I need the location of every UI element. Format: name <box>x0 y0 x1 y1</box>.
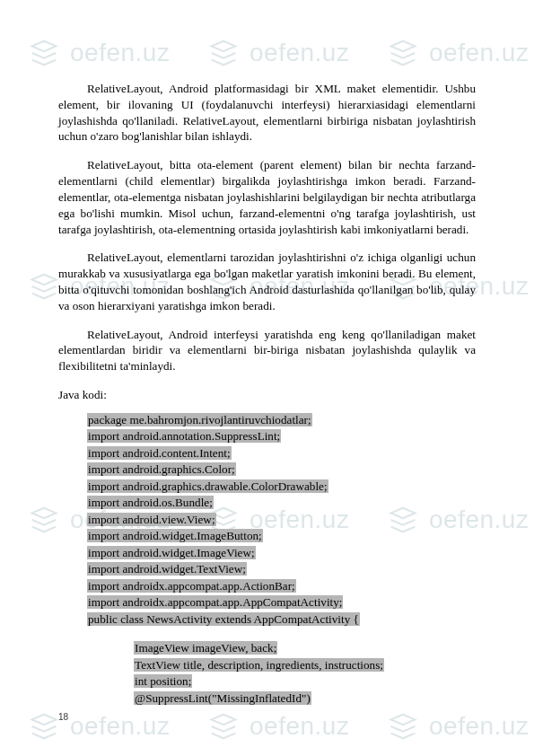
code-line: import android.os.Bundle; <box>87 496 214 509</box>
paragraph-3: RelativeLayout, elementlarni tarozidan j… <box>58 250 476 313</box>
paragraph-4: RelativeLayout, Android interfeysi yarat… <box>58 327 476 374</box>
code-line: import android.widget.TextView; <box>87 562 247 576</box>
code-line: import android.widget.ImageButton; <box>87 529 263 542</box>
code-block: package me.bahromjon.rivojlantiruvchioda… <box>87 412 476 707</box>
page-number: 18 <box>58 712 68 722</box>
code-line: import android.view.View; <box>87 513 216 526</box>
code-line: import android.widget.ImageView; <box>87 546 256 559</box>
code-line: public class NewsActivity extends AppCom… <box>87 612 360 626</box>
code-line: int position; <box>134 674 192 688</box>
code-line: import androidx.appcompat.app.ActionBar; <box>87 579 296 593</box>
code-line: import android.content.Intent; <box>87 446 232 460</box>
code-line: import android.graphics.drawable.ColorDr… <box>87 479 328 493</box>
code-line: import androidx.appcompat.app.AppCompatA… <box>87 595 343 609</box>
code-line: @SuppressLint("MissingInflatedId") <box>134 691 311 705</box>
code-line: TextView title, description, ingredients… <box>134 658 384 672</box>
code-line: import android.annotation.SuppressLint; <box>87 429 281 443</box>
code-line: package me.bahromjon.rivojlantiruvchioda… <box>87 413 312 426</box>
code-line: import android.graphics.Color; <box>87 462 236 476</box>
paragraph-2: RelativeLayout, bitta ota-element (paren… <box>58 157 476 237</box>
code-label: Java kodi: <box>58 387 476 403</box>
document-body: RelativeLayout, Android platformasidagi … <box>0 0 534 748</box>
paragraph-1: RelativeLayout, Android platformasidagi … <box>58 81 476 145</box>
code-line: ImageView imageView, back; <box>134 641 277 655</box>
